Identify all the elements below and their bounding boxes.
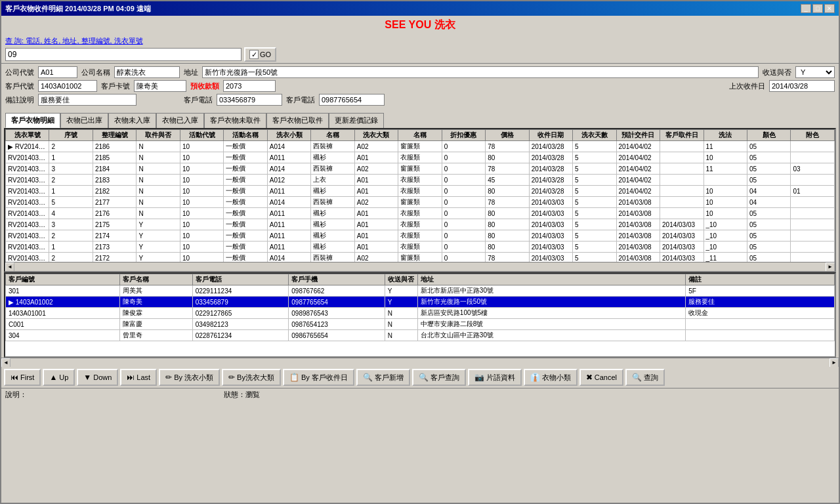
list-item[interactable]: 304曾里奇02287612340986765654N台北市文山區中正路30號 [6, 330, 835, 341]
table-cell: 10 [180, 141, 223, 152]
bottom-table-cell: 098767662 [289, 285, 385, 297]
table-row[interactable]: RV2014032800212185N10一般價A011襯衫A01衣服類0802… [6, 152, 835, 163]
table-cell: 襯衫 [311, 242, 354, 253]
card-data-button[interactable]: 📷片語資料 [468, 369, 522, 386]
maximize-button[interactable]: □ [812, 4, 823, 13]
table-cell: A02 [354, 197, 398, 208]
new-customer-button[interactable]: 🔍客戶新增 [356, 369, 410, 386]
table-cell: 0 [442, 253, 485, 262]
table-row[interactable]: RV2014030300222174Y10一般價A011襯衫A01衣服類0802… [6, 230, 835, 242]
table-row[interactable]: RV2014030300122172Y10一般價A014西裝褲A02窗簾類078… [6, 253, 835, 262]
table-cell: 一般價 [224, 219, 267, 230]
wash-small-button[interactable]: 👔衣物小類 [524, 369, 578, 386]
by-wash-large-button[interactable]: ✏By洗衣大類 [222, 369, 281, 386]
delivery-select[interactable]: YN [795, 66, 835, 78]
table-cell: _10 [704, 230, 747, 242]
scroll-left-btn[interactable]: ◄ [5, 262, 14, 272]
main-col-header-0: 洗衣單號 [6, 130, 49, 141]
down-button[interactable]: ▼Down [77, 369, 118, 386]
table-cell: 2014/04/02 [616, 152, 660, 163]
table-cell: 0 [442, 208, 485, 219]
last-button[interactable]: ⏭Last [120, 369, 157, 386]
table-cell: 一般價 [224, 175, 267, 186]
tab-tab7[interactable]: 更新差價記錄 [329, 113, 384, 128]
bottom-table-scroll[interactable]: 客戶編號客戶名稱客戶電話客戶手機收送與否地址備註 301周美其022911123… [5, 274, 835, 356]
table-row[interactable]: RV2014030300212173Y10一般價A011襯衫A01衣服類0802… [6, 242, 835, 253]
bottom-scroll-right[interactable]: ► [830, 358, 839, 368]
table-row[interactable]: RV2014032800112182N10一般價A011襯衫A01衣服類0802… [6, 186, 835, 197]
table-cell [660, 141, 704, 152]
table-row[interactable]: RV2014032800132184N10一般價A014西裝褲A02窗簾類078… [6, 163, 835, 175]
bottom-scroll-track[interactable] [11, 360, 829, 366]
tab-tab2[interactable]: 衣物已出庫 [60, 113, 108, 128]
table-cell: 窗簾類 [398, 253, 442, 262]
table-row[interactable]: RV2014030300242176N10一般價A011襯衫A01衣服類0802… [6, 208, 835, 219]
table-cell: 05 [747, 141, 790, 152]
table-cell [791, 208, 835, 219]
tab-tab6[interactable]: 客戶衣物已取件 [266, 113, 329, 128]
table-cell: 10 [180, 186, 223, 197]
by-wash-small-button[interactable]: ✏By 洗衣小類 [159, 369, 220, 386]
main-col-header-17: 顏色 [747, 130, 790, 141]
table-row[interactable]: RV2014030300252177N10一般價A014西裝褲A02窗簾類078… [6, 197, 835, 208]
scroll-right-btn[interactable]: ► [826, 262, 835, 272]
bottom-table-cell: 陳俊霖 [119, 308, 192, 319]
table-cell: _10 [704, 219, 747, 230]
bottom-scrollbar-h[interactable]: ◄ ► [1, 358, 839, 367]
bottom-table-cell: 304 [6, 330, 120, 341]
company-name-value: 醇素洗衣 [114, 66, 180, 78]
main-table-scroll[interactable]: 洗衣單號序號整理編號取件與否活動代號活動名稱洗衣小類名稱洗衣大類名稱折扣優惠價格… [5, 129, 835, 262]
company-id-label: 公司代號 [5, 68, 34, 77]
table-cell: 80 [486, 152, 529, 163]
table-row[interactable]: RV2014030300232175Y10一般價A011襯衫A01衣服類0802… [6, 219, 835, 230]
search-input[interactable] [5, 48, 242, 61]
address-value: 新竹市光復路一段50號 [202, 66, 759, 78]
by-date-button[interactable]: 📋By 客戶收件日 [283, 369, 354, 386]
scroll-track-h[interactable] [15, 264, 825, 270]
table-cell [704, 175, 747, 186]
table-cell: 05 [747, 253, 790, 262]
table-cell: 2014/03/28 [529, 152, 572, 163]
table-cell: 一般價 [224, 141, 267, 152]
bottom-scroll-left[interactable]: ◄ [1, 358, 10, 368]
table-cell: 2174 [93, 230, 136, 242]
main-table-header: 洗衣單號序號整理編號取件與否活動代號活動名稱洗衣小類名稱洗衣大類名稱折扣優惠價格… [6, 130, 835, 141]
query-customer-button[interactable]: 🔍客戶查詢 [412, 369, 466, 386]
minimize-button[interactable]: _ [801, 4, 811, 13]
table-cell: 5 [573, 175, 616, 186]
list-item[interactable]: 301周美其0229111234098767662Y新北市新店區中正路30號5F [6, 285, 835, 297]
table-cell: 2014/04/02 [616, 186, 660, 197]
table-cell: RV20140303002 [6, 230, 49, 242]
list-item[interactable]: 1403A01001陳俊霖02291278650989876543N新店區安民路… [6, 308, 835, 319]
cancel-button[interactable]: ✖Cancel [579, 369, 623, 386]
table-cell: 0 [442, 242, 485, 253]
go-button[interactable]: ✓ GO [244, 47, 276, 62]
tab-tab5[interactable]: 客戶衣物未取件 [204, 113, 266, 128]
toolbar-links[interactable]: 查 詢: 電話, 姓名, 地址, 整理編號, 洗衣單號 [5, 36, 835, 46]
last-date-label: 上次收件日 [729, 81, 765, 91]
table-cell [660, 175, 704, 186]
query-icon: 🔍 [632, 373, 642, 382]
down-icon: ▼ [83, 373, 91, 382]
table-row[interactable]: ▶ RV2014032800222186N10一般價A014西裝褲A02窗簾類0… [6, 141, 835, 152]
up-button[interactable]: ▲Up [43, 369, 75, 386]
list-item[interactable]: ▶ 1403A01002陳奇美0334568790987765654Y新竹市光復… [6, 297, 835, 308]
tab-tab4[interactable]: 衣物已入庫 [156, 113, 204, 128]
table-row[interactable]: RV2014032800122183N10一般價A012上衣A01衣服類0452… [6, 175, 835, 186]
tab-tab1[interactable]: 客戶衣物明細 [5, 113, 60, 128]
main-scrollbar-h[interactable]: ◄ ► [5, 262, 835, 271]
first-label: First [20, 373, 34, 381]
close-button[interactable]: ✕ [824, 4, 835, 13]
tab-tab3[interactable]: 衣物未入庫 [108, 113, 156, 128]
query-button[interactable]: 🔍查詢 [625, 369, 665, 386]
by-wash-small-label: By 洗衣小類 [174, 373, 213, 383]
table-cell [791, 219, 835, 230]
list-item[interactable]: C001陳富慶0349821230987654123N中壢市安康路二段8號 [6, 319, 835, 330]
table-cell [791, 230, 835, 242]
table-cell: A014 [267, 163, 310, 175]
bottom-table-cell: N [385, 319, 417, 330]
delivery-label: 收送與否 [763, 68, 791, 77]
first-button[interactable]: ⏮First [4, 369, 41, 386]
bottom-col-header-1: 客戶名稱 [119, 274, 192, 285]
table-cell: 一般價 [224, 152, 267, 163]
